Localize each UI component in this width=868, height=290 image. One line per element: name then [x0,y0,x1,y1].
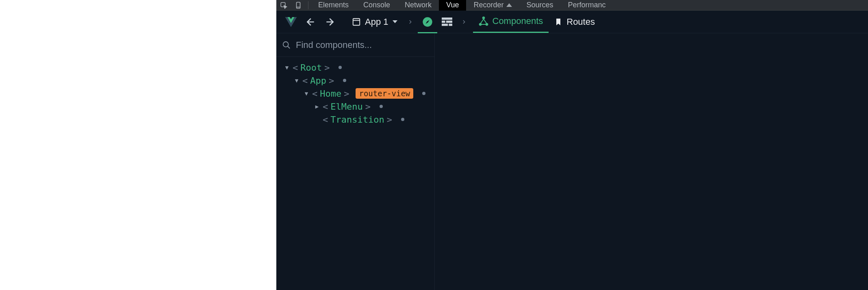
svg-rect-11 [446,20,452,22]
vue-body: ▼ <Root> ▼ <App> ▼ <Home> router-view ▶ [276,33,868,290]
fragment-dot-icon [380,105,383,108]
angle-bracket: > [329,76,334,86]
subtab-label: Components [493,16,543,26]
component-name: Root [300,63,322,73]
components-icon [479,16,488,26]
recorder-indicator-icon [506,3,512,7]
component-tree-pane: ▼ <Root> ▼ <App> ▼ <Home> router-view ▶ [276,33,435,290]
timeline-button[interactable] [439,14,455,30]
separator [308,1,308,9]
tab-label: Recorder [473,1,503,9]
svg-rect-10 [442,20,445,22]
disclosure-open-icon[interactable]: ▼ [303,90,310,97]
svg-rect-9 [442,17,452,19]
tab-label: Vue [446,1,459,9]
disclosure-closed-icon[interactable]: ▶ [314,103,320,110]
angle-bracket: < [323,115,328,125]
tab-label: Elements [318,1,349,9]
back-button[interactable] [302,14,319,30]
component-name: Home [320,89,341,99]
subtab-components[interactable]: Components [473,11,549,33]
fragment-dot-icon [343,79,346,82]
inspect-icon[interactable] [276,0,291,11]
devtools-tab-bar: Elements Console Network Vue Recorder So… [276,0,868,11]
svg-point-17 [283,41,289,47]
angle-bracket: > [324,63,330,73]
compass-icon [419,14,436,30]
tree-node-app[interactable]: ▼ <App> [280,74,431,87]
router-view-badge: router-view [356,88,413,99]
tree-node-root[interactable]: ▼ <Root> [280,61,431,74]
bookmark-icon [554,17,562,27]
svg-rect-5 [353,18,360,25]
tab-label: Console [363,1,390,9]
subtab-routes[interactable]: Routes [549,11,601,33]
component-name: Transition [330,115,384,125]
angle-bracket: < [312,89,317,99]
svg-rect-12 [442,24,448,26]
angle-bracket: < [293,63,298,73]
component-name: ElMenu [330,102,362,112]
vue-toolbar: App 1 Components Routes [276,11,868,33]
page-icon [352,17,361,26]
disclosure-open-icon[interactable]: ▼ [293,77,300,84]
vue-subtabs: Components Routes [473,11,601,33]
chevron-right-icon [406,17,415,26]
disclosure-open-icon[interactable]: ▼ [284,64,290,71]
search-row [276,33,434,57]
tab-label: Network [405,1,432,9]
devtools-panel: Elements Console Network Vue Recorder So… [276,0,868,290]
svg-point-15 [479,23,482,26]
tree-node-elmenu[interactable]: ▶ <ElMenu> [280,100,431,113]
tab-performance[interactable]: Performanc [561,0,613,11]
tab-label: Performanc [568,1,606,9]
angle-bracket: > [344,89,349,99]
svg-point-16 [486,23,488,26]
tab-vue[interactable]: Vue [439,0,466,11]
tab-recorder[interactable]: Recorder [466,0,519,11]
svg-point-14 [482,17,485,19]
app-selector-label: App 1 [365,17,388,27]
tree-node-home[interactable]: ▼ <Home> router-view [280,87,431,100]
chevron-right-icon [459,17,469,26]
component-name: App [310,76,326,86]
fragment-dot-icon [401,118,404,121]
page-content-area [0,0,276,290]
fragment-dot-icon [339,66,342,69]
tab-sources[interactable]: Sources [519,0,561,11]
vue-logo-icon [283,14,299,30]
tab-console[interactable]: Console [356,0,397,11]
search-icon [282,41,291,50]
tree-node-transition[interactable]: <Transition> [280,113,431,126]
fragment-dot-icon [422,92,425,95]
angle-bracket: < [302,76,308,86]
tab-elements[interactable]: Elements [311,0,356,11]
tab-network[interactable]: Network [397,0,439,11]
subtab-label: Routes [566,17,595,27]
angle-bracket: < [323,102,328,112]
search-input[interactable] [296,40,429,50]
angle-bracket: > [387,115,392,125]
svg-rect-13 [449,24,452,26]
component-detail-pane [435,33,868,290]
inspector-button[interactable] [418,11,437,33]
tab-label: Sources [527,1,553,9]
app-selector[interactable]: App 1 [352,17,397,27]
caret-down-icon [393,20,397,23]
component-tree: ▼ <Root> ▼ <App> ▼ <Home> router-view ▶ [276,57,434,130]
forward-button[interactable] [322,14,338,30]
angle-bracket: > [365,102,371,112]
svg-line-18 [288,46,290,48]
device-toggle-icon[interactable] [291,0,306,11]
